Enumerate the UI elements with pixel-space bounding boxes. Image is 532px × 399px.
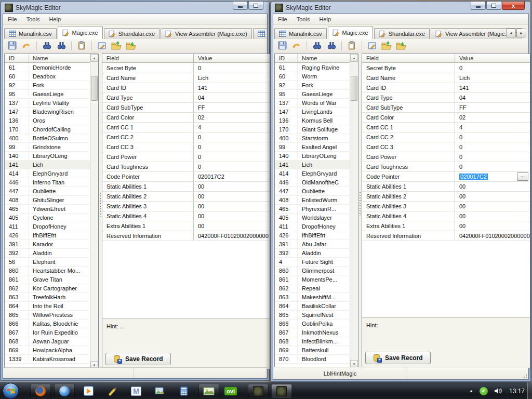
find-icon[interactable] [311,41,323,51]
field-row[interactable]: Static Abilities 400 [102,211,270,221]
field-row[interactable]: Extra Abilities 100 [362,221,530,231]
titlebar[interactable]: SkyMagic Editor [3,2,268,14]
window-right-skymagic[interactable]: SkyMagic Editor x File Tools Help Manali… [271,1,531,382]
list-scrollbar[interactable]: ▲ ▼ [350,54,358,368]
tab-misc-tools[interactable]: Misc Too [253,28,267,39]
card-list-row[interactable]: 862Repeal [275,284,350,293]
scroll-up-icon[interactable]: ▲ [90,54,98,62]
field-row[interactable]: Static Abilities 300 [362,202,530,211]
card-list-row[interactable]: 447Oubliette [5,187,90,196]
undo-icon[interactable] [21,41,32,51]
menu-help[interactable]: Help [314,15,336,23]
field-row[interactable]: Code Pointer020017C2... [362,172,530,182]
field-row[interactable]: Static Abilities 200 [362,192,530,202]
tab-manalink-csv[interactable]: Manalink.csv [274,28,327,39]
card-list-row[interactable]: 99Exalted Angel [275,143,350,152]
taskbar-ovi-button[interactable]: ovi [222,384,239,398]
card-list-row[interactable]: 405Worldslayer [275,214,350,222]
card-list-row[interactable]: 414ElephGrvyard [5,169,90,178]
save-icon[interactable] [276,41,288,51]
column-header-id[interactable]: ID [5,54,29,62]
taskbar-skymagic-button-1[interactable] [248,384,269,398]
column-header-field[interactable]: Field [102,54,194,62]
card-list-row[interactable]: 861Grave Titan [5,275,90,284]
field-row[interactable]: Card CC 30 [102,142,270,152]
card-list-row[interactable]: 860Heartstabber Mo... [5,267,90,275]
tab-shandalar-exe[interactable]: Shandalar.exe [374,28,430,39]
column-header-value[interactable]: Value [455,54,530,62]
maximize-button[interactable] [248,2,263,10]
tab-scroll-left-icon[interactable]: ◄ [506,29,516,37]
minimize-button[interactable] [233,2,248,10]
card-list-row[interactable]: 60Deadbox [5,72,90,81]
field-row[interactable]: Card Toughness0 [102,162,270,172]
close-button[interactable]: x [502,2,525,10]
card-list-row[interactable]: 862Kor Cartographer [5,284,90,293]
tab-manalink-csv[interactable]: Manalink.csv [4,28,57,39]
field-row[interactable]: Static Abilities 300 [102,202,270,211]
start-button[interactable] [3,383,19,399]
column-header-name[interactable]: Name [29,54,90,62]
card-list-row[interactable]: 400Startstorm [275,134,350,143]
edit-form-icon[interactable] [366,41,378,51]
field-row[interactable]: Card NameLich [102,73,270,83]
card-list-row[interactable]: 426IfhBiffEfrt [5,231,90,240]
export-folder-icon[interactable] [381,41,392,51]
field-row[interactable]: Card CC 30 [362,142,530,152]
edit-form-icon[interactable] [96,41,108,51]
field-row[interactable]: Card CC 14 [362,123,530,132]
card-list-row[interactable]: 864BasiliskCollar [275,302,350,311]
card-list-row[interactable]: 61Raging Ravine [275,63,350,72]
find-next-icon[interactable] [56,41,67,51]
card-list-row[interactable]: 170ChordofCalling [5,125,90,134]
card-list-row[interactable]: 170Giant Solifuge [275,125,350,134]
card-list-row[interactable]: 861MomentsPe... [275,275,350,284]
card-list-row[interactable]: 136Oros [5,116,90,125]
card-list-row[interactable]: 1339KabiraKrossroad [5,355,90,364]
menu-file[interactable]: File [3,15,22,23]
tray-status-icon[interactable]: ✓ [480,387,488,395]
tab-view-assembler[interactable]: View Assembler (Magic.exe) [161,28,252,39]
scroll-up-icon[interactable]: ▲ [350,54,358,62]
taskbar-skymagic-button-2[interactable] [271,384,292,398]
card-list-row[interactable]: 867Ior Ruin Expeditio [5,328,90,337]
tab-magic-exe[interactable]: Magic.exe [328,26,373,39]
column-header-id[interactable]: ID [275,54,298,62]
column-header-value[interactable]: Value [194,54,270,62]
field-row[interactable]: Card CC 14 [102,123,270,132]
taskbar-mail-button[interactable]: M [126,384,147,398]
card-list-row[interactable]: 411DropofHoney [275,222,350,231]
menu-help[interactable]: Help [44,15,65,23]
import-folder-icon[interactable] [125,41,137,51]
field-row[interactable]: Card Type04 [102,93,270,103]
field-row[interactable]: Card Power0 [362,152,530,162]
card-list-row[interactable]: 864Into the Roil [5,302,90,311]
column-header-field[interactable]: Field [362,54,455,62]
maximize-button[interactable] [486,2,501,10]
ellipsis-button[interactable]: ... [517,172,528,181]
field-row[interactable]: Card Color02 [362,113,530,123]
card-list-row[interactable]: 869HowlpackAlpha [5,346,90,355]
field-row[interactable]: Secret Byte0 [102,63,270,73]
taskbar-firefox-button[interactable] [30,384,51,398]
scroll-thumb[interactable] [351,76,357,101]
card-list-row[interactable]: 147LivingLands [275,108,350,116]
paste-icon[interactable] [76,41,87,51]
card-list-row[interactable]: 447Oubliette [275,187,350,196]
card-list-row[interactable]: 391Abu Jafar [275,240,350,249]
card-list-row[interactable]: 391Karador [5,240,90,249]
field-row[interactable]: Secret Byte0 [362,63,530,73]
card-list-row[interactable]: 867InkmothNexus [275,328,350,337]
card-list-row[interactable]: 863MakeshiftM... [275,293,350,302]
tray-expand-icon[interactable]: ▲ [469,389,473,393]
find-icon[interactable] [41,41,52,51]
card-list-row[interactable]: 408EnlistedWurm [275,196,350,205]
undo-icon[interactable] [291,41,302,51]
paste-icon[interactable] [346,41,357,51]
card-list-row[interactable]: 392Aladdin [275,249,350,258]
card-list-row[interactable]: 60Worm [275,72,350,81]
minimize-button[interactable] [471,2,486,10]
card-list-row[interactable]: 860Glimmerpost [275,267,350,275]
field-row[interactable]: Static Abilities 100 [362,182,530,192]
menu-file[interactable]: File [273,15,292,23]
